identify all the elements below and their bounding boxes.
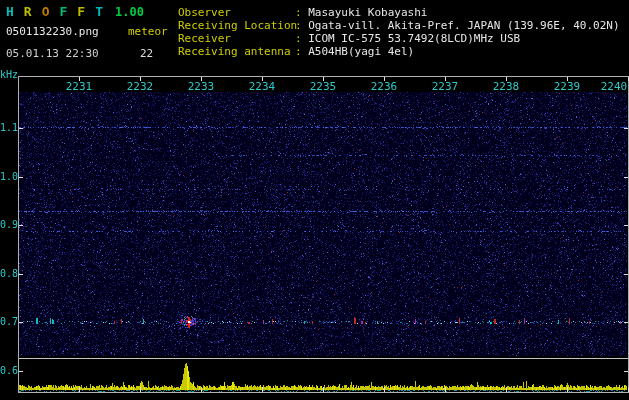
time-tick-label: 2231: [66, 80, 93, 93]
freq-axis-unit: kHz: [0, 69, 18, 80]
time-tick-label: 2233: [188, 80, 215, 93]
app-title-letter: H: [6, 4, 14, 19]
time-tick-label: 2237: [432, 80, 459, 93]
output-filename: 0501132230.png: [6, 25, 99, 38]
freq-tick-label: 0.9: [0, 219, 15, 230]
time-tick-label: 2239: [554, 80, 581, 93]
freq-tick-label: 0.8: [0, 268, 15, 279]
metadata-label: Observer: [178, 6, 295, 19]
time-tick-label: 2236: [371, 80, 398, 93]
metadata-row: Receiver: ICOM IC-575 53.7492(8LCD)MHz U…: [178, 32, 620, 45]
metadata-row: Observer: Masayuki Kobayashi: [178, 6, 620, 19]
app-title-letter: F: [59, 4, 67, 19]
time-tick-label: 2235: [310, 80, 337, 93]
metadata-value: Masayuki Kobayashi: [308, 6, 427, 19]
app-title-letter: F: [77, 4, 85, 19]
app-title-letters: HROFFT: [6, 4, 113, 19]
metadata-colon: :: [295, 32, 308, 45]
freq-tick-label: 1.1: [0, 122, 15, 133]
time-tick-label: 2232: [127, 80, 154, 93]
header: HROFFT1.00 0501132230.png meteor 05.01.1…: [0, 0, 629, 74]
observation-metadata: Observer: Masayuki KobayashiReceiving Lo…: [178, 6, 620, 58]
app-title-letter: R: [24, 4, 32, 19]
app-version: 1.00: [115, 5, 144, 19]
freq-tick-label: 0.6: [0, 365, 15, 376]
app-title: HROFFT1.00: [6, 4, 144, 19]
metadata-row: Receiving Location: Ogata-vill. Akita-Pr…: [178, 19, 620, 32]
metadata-label: Receiving antenna: [178, 45, 295, 58]
time-tick-label: 2234: [249, 80, 276, 93]
time-tick-label: 2238: [493, 80, 520, 93]
metadata-value: A504HB(yagi 4el): [308, 45, 414, 58]
metadata-colon: :: [295, 45, 308, 58]
freq-tick-label: 1.0: [0, 171, 15, 182]
metadata-colon: :: [295, 19, 308, 32]
metadata-value: Ogata-vill. Akita-Pref. JAPAN (139.96E, …: [308, 19, 619, 32]
metadata-value: ICOM IC-575 53.7492(8LCD)MHz USB: [308, 32, 520, 45]
freq-tick-label: 0.7: [0, 316, 15, 327]
hrofft-output-image: HROFFT1.00 0501132230.png meteor 05.01.1…: [0, 0, 629, 400]
metadata-row: Receiving antenna: A504HB(yagi 4el): [178, 45, 620, 58]
time-tick-label: 2240: [601, 80, 628, 93]
metadata-label: Receiving Location: [178, 19, 295, 32]
mode-label: meteor: [128, 25, 168, 38]
metadata-colon: :: [295, 6, 308, 19]
echo-count: 22: [140, 47, 153, 60]
observation-datetime: 05.01.13 22:30: [6, 47, 99, 60]
metadata-label: Receiver: [178, 32, 295, 45]
app-title-letter: O: [42, 4, 50, 19]
app-title-letter: T: [95, 4, 103, 19]
